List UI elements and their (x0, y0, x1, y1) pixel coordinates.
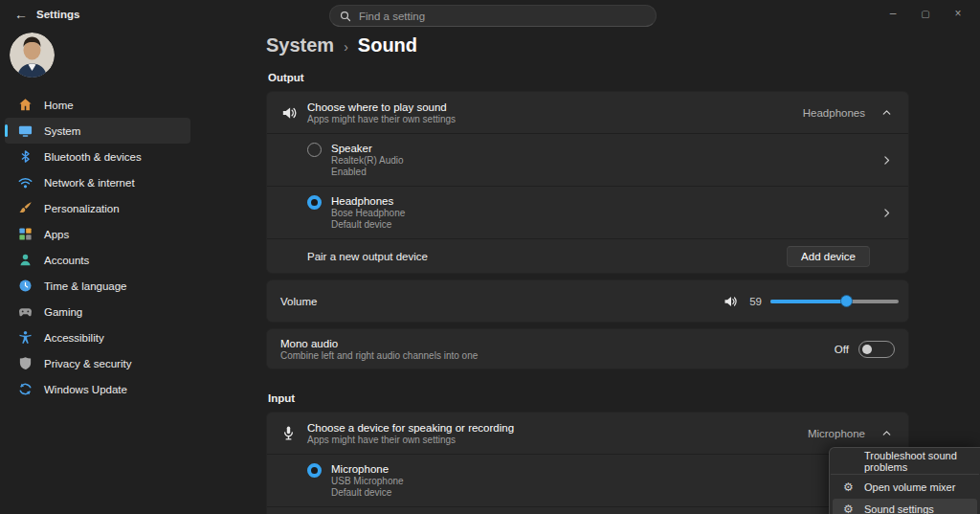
speaker-volume-icon (280, 104, 307, 122)
toggle-knob (862, 345, 872, 354)
sidebar-item-accounts[interactable]: Accounts (5, 247, 190, 273)
sidebar-item-label: Home (44, 100, 74, 111)
shield-icon (17, 356, 33, 371)
sidebar-item-apps[interactable]: Apps (5, 221, 190, 247)
settings-window: ← Settings – ▢ × (0, 0, 980, 514)
microphone-icon (280, 425, 307, 441)
chevron-up-icon[interactable] (880, 427, 893, 439)
menu-separator (831, 474, 979, 475)
output-device-row-speaker[interactable]: Speaker Realtek(R) Audio Enabled (267, 133, 908, 186)
sidebar-item-time-language[interactable]: Time & language (5, 273, 190, 299)
sidebar-item-label: Windows Update (44, 384, 127, 395)
microphone-radio[interactable] (307, 463, 322, 478)
sidebar-item-network[interactable]: Network & internet (5, 169, 190, 195)
maximize-button[interactable]: ▢ (909, 0, 942, 27)
sidebar-item-bluetooth[interactable]: Bluetooth & devices (5, 144, 190, 169)
menu-item-sound-settings[interactable]: ⚙ Sound settings (833, 499, 977, 514)
volume-slider-fill (770, 300, 846, 303)
output-expander-header[interactable]: Choose where to play sound Apps might ha… (267, 92, 908, 133)
gear-icon: ⚙ (843, 480, 864, 494)
mono-audio-toggle[interactable] (858, 341, 895, 358)
pair-device-row: Pair a new output device Add device (267, 238, 908, 273)
accessibility-icon (17, 330, 33, 346)
search-box[interactable] (329, 5, 657, 27)
window-controls: – ▢ × (877, 0, 974, 27)
page-title: Sound (358, 34, 417, 56)
device-detail: Realtek(R) Audio (331, 155, 880, 167)
person-icon (17, 253, 33, 268)
sidebar-item-label: Time & language (44, 280, 127, 292)
menu-item-volume-mixer[interactable]: ⚙ Open volume mixer (833, 477, 977, 498)
brush-icon (17, 201, 33, 216)
sidebar-item-label: Personalization (44, 203, 120, 214)
microphone-texts: Microphone USB Microphone Default device (331, 462, 880, 499)
mono-audio-card: Mono audio Combine left and right audio … (266, 328, 909, 369)
toggle-state-label: Off (835, 344, 849, 355)
chevron-up-icon[interactable] (880, 106, 893, 119)
menu-item-troubleshoot[interactable]: Troubleshoot sound problems (833, 451, 977, 472)
sidebar-item-personalization[interactable]: Personalization (5, 195, 190, 221)
sidebar-item-label: Network & internet (44, 177, 135, 189)
mono-audio-subtitle: Combine left and right audio channels in… (280, 350, 478, 362)
output-selected-device: Headphones (803, 107, 865, 119)
device-status: Enabled (331, 167, 880, 178)
speaker-icon[interactable] (723, 294, 738, 309)
volume-row: Volume 59 (267, 280, 908, 322)
device-name: Speaker (331, 142, 880, 155)
input-selected-device: Microphone (808, 428, 865, 439)
output-chooser-title: Choose where to play sound (307, 101, 803, 114)
app-title: Settings (36, 9, 79, 20)
sidebar-item-windows-update[interactable]: Windows Update (5, 376, 190, 402)
mono-audio-controls: Off (835, 341, 895, 358)
apps-icon (17, 227, 33, 242)
input-chooser-title: Choose a device for speaking or recordin… (307, 421, 808, 435)
device-detail: Bose Headphone (331, 208, 880, 219)
output-device-row-headphones[interactable]: Headphones Bose Headphone Default device (267, 186, 908, 238)
sidebar: Home System Bluetooth & devices Net (0, 29, 258, 514)
volume-slider[interactable] (770, 300, 899, 303)
home-icon (17, 98, 33, 113)
menu-item-label: Open volume mixer (864, 481, 955, 493)
input-expander-header[interactable]: Choose a device for speaking or recordin… (267, 413, 908, 454)
system-icon (17, 123, 33, 139)
sidebar-item-privacy[interactable]: Privacy & security (5, 350, 190, 376)
avatar-photo (10, 33, 55, 78)
sidebar-item-system[interactable]: System (5, 118, 190, 144)
chevron-right-icon[interactable] (880, 154, 893, 167)
sidebar-item-home[interactable]: Home (5, 92, 190, 118)
volume-label: Volume (280, 296, 317, 307)
input-chooser-subtitle: Apps might have their own settings (307, 435, 808, 446)
mono-audio-texts: Mono audio Combine left and right audio … (280, 337, 478, 362)
sidebar-item-label: Privacy & security (44, 358, 131, 369)
back-button[interactable]: ← (10, 4, 33, 25)
sidebar-item-label: Apps (44, 229, 69, 240)
main-content: System › Sound Output Choose where to pl… (266, 34, 909, 514)
mono-audio-title: Mono audio (280, 337, 478, 350)
input-device-row-microphone[interactable]: Microphone USB Microphone Default device (267, 454, 908, 506)
sidebar-item-accessibility[interactable]: Accessibility (5, 324, 190, 350)
device-detail: USB Microphone (331, 476, 880, 487)
speaker-texts: Speaker Realtek(R) Audio Enabled (331, 142, 880, 178)
breadcrumb-system[interactable]: System (266, 34, 334, 56)
search-input[interactable] (359, 11, 646, 22)
output-chooser-subtitle: Apps might have their own settings (307, 114, 803, 125)
sidebar-item-label: Accounts (44, 255, 89, 266)
search-icon (340, 11, 351, 22)
user-avatar[interactable] (10, 33, 55, 78)
headphones-radio[interactable] (307, 195, 322, 210)
device-status: Default device (331, 487, 880, 499)
selected-indicator (5, 124, 8, 137)
input-section-heading: Input (268, 392, 909, 404)
refresh-icon (17, 382, 33, 397)
minimize-button[interactable]: – (877, 0, 909, 27)
device-status: Default device (331, 219, 880, 231)
sidebar-item-gaming[interactable]: Gaming (5, 299, 190, 324)
volume-slider-thumb[interactable] (840, 295, 853, 307)
speaker-radio[interactable] (307, 143, 322, 157)
add-device-button[interactable]: Add device (787, 246, 870, 267)
close-button[interactable]: × (942, 0, 974, 27)
device-name: Microphone (331, 462, 880, 476)
input-device-row-microphone-array[interactable]: Microphone Array Realtek(R) Audio Enable… (267, 506, 908, 514)
output-device-card: Choose where to play sound Apps might ha… (266, 91, 909, 274)
chevron-right-icon[interactable] (880, 207, 893, 219)
